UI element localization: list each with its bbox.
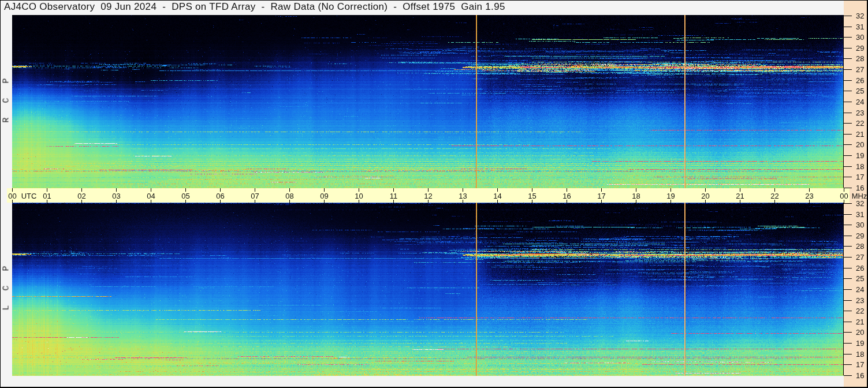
svg-text:13: 13: [459, 192, 467, 200]
svg-text:28: 28: [856, 54, 864, 63]
svg-text:23: 23: [856, 296, 864, 305]
svg-text:31: 31: [856, 210, 864, 219]
svg-text:29: 29: [856, 44, 864, 53]
svg-text:UTC: UTC: [21, 192, 37, 200]
svg-text:24: 24: [856, 285, 864, 294]
svg-text:31: 31: [856, 23, 864, 31]
svg-text:23: 23: [856, 109, 864, 117]
svg-text:12: 12: [424, 192, 432, 200]
svg-text:00: 00: [8, 192, 16, 200]
svg-text:20: 20: [856, 140, 864, 149]
svg-text:25: 25: [856, 274, 864, 283]
svg-text:00: 00: [840, 192, 848, 200]
svg-text:16: 16: [856, 184, 864, 192]
svg-text:21: 21: [736, 192, 744, 200]
svg-text:11: 11: [390, 192, 398, 200]
svg-text:21: 21: [856, 318, 864, 326]
svg-text:06: 06: [216, 192, 224, 200]
svg-text:20: 20: [701, 192, 709, 200]
svg-text:26: 26: [856, 264, 864, 273]
svg-text:05: 05: [181, 192, 189, 200]
svg-text:27: 27: [856, 253, 864, 262]
svg-text:29: 29: [856, 232, 864, 240]
svg-text:19: 19: [856, 151, 864, 160]
svg-text:16: 16: [856, 371, 864, 380]
svg-text:15: 15: [528, 192, 536, 200]
svg-text:18: 18: [856, 162, 864, 171]
svg-text:17: 17: [856, 173, 864, 181]
svg-text:32: 32: [856, 199, 864, 208]
svg-text:20: 20: [856, 328, 864, 337]
svg-text:09: 09: [320, 192, 328, 200]
svg-text:03: 03: [112, 192, 120, 200]
svg-text:18: 18: [856, 350, 864, 359]
svg-text:30: 30: [856, 33, 864, 42]
svg-text:26: 26: [856, 76, 864, 85]
svg-text:04: 04: [147, 192, 155, 200]
svg-text:17: 17: [597, 192, 605, 200]
svg-text:14: 14: [493, 192, 501, 200]
svg-text:16: 16: [562, 192, 571, 200]
svg-text:19: 19: [856, 339, 864, 348]
svg-text:22: 22: [770, 192, 778, 200]
svg-text:21: 21: [856, 130, 864, 139]
svg-text:30: 30: [856, 221, 864, 229]
svg-text:08: 08: [285, 192, 293, 200]
svg-text:19: 19: [666, 192, 675, 200]
svg-text:22: 22: [856, 119, 864, 128]
svg-text:27: 27: [856, 65, 864, 74]
svg-text:02: 02: [77, 192, 85, 200]
svg-text:22: 22: [856, 307, 864, 315]
svg-text:17: 17: [856, 360, 864, 369]
svg-text:01: 01: [43, 192, 51, 200]
svg-text:07: 07: [251, 192, 259, 200]
svg-text:10: 10: [355, 192, 363, 200]
svg-text:32: 32: [856, 12, 864, 20]
svg-text:24: 24: [856, 98, 864, 106]
svg-text:28: 28: [856, 242, 864, 251]
svg-text:23: 23: [805, 192, 813, 200]
svg-text:18: 18: [632, 192, 640, 200]
svg-text:25: 25: [856, 87, 864, 95]
